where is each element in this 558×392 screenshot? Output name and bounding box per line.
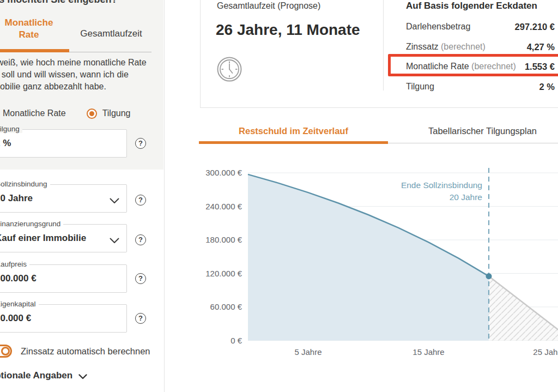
row-label: Darlehensbetrag (406, 22, 470, 31)
sollzinsbindung-annotation: 20 Jahre (450, 192, 482, 202)
eigenkapital-label: Eigenkapital (0, 300, 39, 308)
tab-monatliche-rate-label: Monatliche Rate (2, 17, 56, 41)
sollzinsbindung-help-icon[interactable]: ? (135, 195, 146, 206)
tab-description: Ich weiß, wie hoch meine monatliche Rate… (0, 57, 163, 93)
tilgung-input-value: 2 % (0, 138, 11, 149)
eckdaten-row-darlehensbetrag: Darlehensbetrag 297.210 € (406, 22, 555, 33)
eigenkapital-value: 30.000 € (0, 313, 31, 324)
eckdaten-row-zinssatz: Zinssatz (berechnet) 4,27 % (406, 42, 555, 53)
tab-underline-rest (69, 52, 151, 52)
x-axis-tick-label: 5 Jahre (294, 347, 322, 357)
sidebar-right-border (164, 0, 165, 392)
y-axis-tick-label: 60.000 € (210, 302, 242, 311)
toggle-knob (1, 347, 10, 355)
description-line: Immobilie ganz abbezahlt habe. (0, 81, 163, 93)
row-value: 4,27 % (527, 42, 555, 52)
finanzierungsgrund-label: Finanzierungsgrund (0, 220, 63, 228)
tab-monatliche-rate[interactable]: Monatliche Rate (0, 17, 71, 41)
kaufpreis-label: Kaufpreis (0, 260, 29, 268)
finanzierungsgrund-select[interactable]: Finanzierungsgrund Kauf einer Immobilie (0, 224, 127, 252)
eckdaten-heading: Auf Basis folgender Eckdaten (406, 1, 537, 11)
row-label: Zinssatz (406, 42, 441, 51)
row-value: 297.210 € (515, 22, 555, 32)
sidebar-heading: Was möchten Sie eingeben? (0, 0, 117, 5)
gesamtlaufzeit-label: Gesamtlaufzeit (Prognose) (217, 1, 320, 11)
tilgung-help-icon[interactable]: ? (135, 138, 146, 149)
mortgage-calculator-page: Was möchten Sie eingeben? Monatliche Rat… (0, 0, 558, 392)
sollzinsbindung-value: 20 Jahre (0, 193, 33, 204)
row-label-suffix: (berechnet) (441, 42, 486, 51)
row-value: 2 % (539, 82, 555, 92)
eigenkapital-help-icon[interactable]: ? (135, 313, 146, 324)
gesamtlaufzeit-value: 26 Jahre, 11 Monate (216, 21, 360, 39)
finanzierungsgrund-value: Kauf einer Immobilie (0, 233, 86, 244)
tab-tabellarischer-tilgungsplan[interactable]: Tabellarischer Tilgungsplan (388, 126, 558, 136)
y-axis-tick-label: 240.000 € (205, 202, 242, 211)
x-axis-tick-label: 15 Jahre (413, 347, 444, 357)
radio-tilgung[interactable] (87, 108, 97, 119)
row-label: Tilgung (406, 82, 434, 91)
description-line: sein soll und will wissen, wann ich die (0, 69, 163, 81)
restschuld-marker-dot[interactable] (486, 273, 492, 279)
x-axis-tick-label: 25 Jahre (533, 347, 558, 357)
eigenkapital-input[interactable]: Eigenkapital 30.000 € (0, 304, 127, 333)
y-axis-tick-label: 300.000 € (205, 168, 242, 177)
projection-hatched-area (489, 276, 558, 341)
y-axis-tick-label: 120.000 € (205, 269, 242, 278)
card-left-border (200, 0, 201, 108)
radio-monatliche-rate-label[interactable]: Monatliche Rate (3, 108, 66, 118)
optionale-angaben-expander[interactable]: Optionale Angaben (0, 370, 87, 381)
zinssatz-auto-toggle[interactable] (0, 345, 12, 358)
optionale-angaben-label: Optionale Angaben (0, 370, 72, 381)
kaufpreis-help-icon[interactable]: ? (135, 273, 146, 284)
rate-tilgung-radio-group: Monatliche Rate Tilgung (0, 108, 131, 119)
tilgung-input-label: Tilgung (0, 125, 22, 133)
sollzinsbindung-annotation: Ende Sollzinsbindung (401, 180, 482, 190)
zinssatz-toggle-row: Zinssatz automatisch berechnen (0, 345, 150, 358)
tilgung-input[interactable]: Tilgung 2 % (0, 129, 127, 158)
chevron-down-icon (110, 196, 119, 206)
chart-tab-underline-rest (388, 143, 558, 143)
chevron-down-icon (110, 236, 119, 246)
active-tab-underline (0, 49, 69, 52)
clock-icon (216, 56, 242, 85)
finanzierungsgrund-help-icon[interactable]: ? (135, 234, 146, 245)
sidebar-form-panel: Was möchten Sie eingeben? Monatliche Rat… (0, 0, 165, 392)
restschuld-chart[interactable]: 300.000 €240.000 €180.000 €120.000 €60.0… (202, 164, 558, 360)
radio-tilgung-label[interactable]: Tilgung (102, 108, 131, 118)
sollzinsbindung-label: Sollzinsbindung (0, 180, 50, 188)
y-axis-tick-label: 0 € (231, 336, 242, 345)
card-divider (383, 0, 384, 91)
tab-restschuld-im-zeitverlauf[interactable]: Restschuld im Zeitverlauf (199, 126, 388, 136)
eckdaten-row-tilgung: Tilgung 2 % (406, 82, 555, 93)
zinssatz-toggle-label: Zinssatz automatisch berechnen (21, 346, 150, 357)
kaufpreis-value: 300.000 € (0, 273, 37, 284)
card-bottom-border (200, 107, 558, 108)
description-line: Ich weiß, wie hoch meine monatliche Rate (0, 57, 163, 69)
monatliche-rate-highlight-box (388, 54, 558, 76)
chart-active-tab-underline (199, 141, 388, 144)
sollzinsbindung-select[interactable]: Sollzinsbindung 20 Jahre (0, 184, 127, 213)
y-axis-tick-label: 180.000 € (205, 235, 242, 244)
chevron-down-icon (78, 374, 87, 379)
tab-gesamtlaufzeit[interactable]: Gesamtlaufzeit (71, 28, 151, 39)
tab-gesamtlaufzeit-label: Gesamtlaufzeit (80, 28, 142, 39)
kaufpreis-input[interactable]: Kaufpreis 300.000 € (0, 264, 127, 293)
